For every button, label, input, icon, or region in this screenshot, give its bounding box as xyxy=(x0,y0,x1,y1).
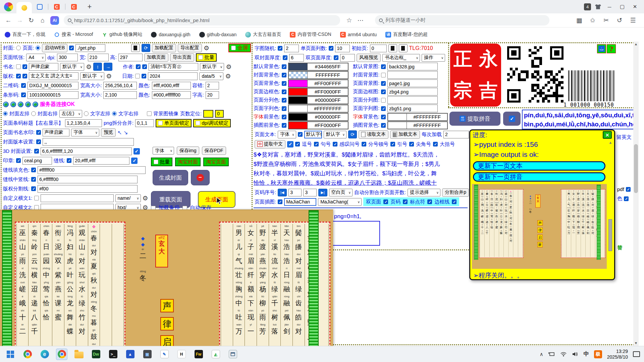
extract-chinese-button[interactable]: 中提取中文 xyxy=(255,140,285,148)
date-input[interactable]: 2024 xyxy=(148,72,198,80)
extract-pinyin-button[interactable]: ABCD提取拼音 xyxy=(449,112,500,126)
illustration-input[interactable]: MaJiaChan xyxy=(284,198,316,206)
divider-input[interactable]: #f00 xyxy=(38,185,138,193)
reload-icon[interactable]: ↻ xyxy=(25,16,37,24)
taobao-page-button[interactable]: 淘宝页面 xyxy=(203,158,229,166)
bookmark-item[interactable]: 百度一下，你就 xyxy=(5,32,45,38)
generate-cover-button[interactable]: 生成封面 xyxy=(153,170,188,185)
bookmark-item[interactable]: Carm64 ubuntu xyxy=(340,32,377,38)
dialog-scroll-thumb[interactable] xyxy=(608,219,612,251)
gear-icon[interactable]: ⚙ xyxy=(86,64,92,70)
illustration-select[interactable]: MaJiaChang(∨ xyxy=(318,198,362,206)
back-icon[interactable]: ← xyxy=(3,17,14,24)
copyright-checkbox-2[interactable] xyxy=(22,74,27,78)
fullscreen-checkbox[interactable] xyxy=(231,46,236,50)
barcode-fontheight-input[interactable]: 20 xyxy=(206,91,219,99)
punct-checkbox[interactable] xyxy=(314,142,319,146)
color-row-checkbox[interactable] xyxy=(282,106,286,111)
cover3d-enable-checkbox[interactable] xyxy=(133,148,140,155)
input-extension-icon[interactable]: 极 xyxy=(594,350,602,358)
stop-button[interactable]: − xyxy=(191,170,210,185)
png-split-input[interactable]: 0,1,1 xyxy=(135,119,154,127)
close-button[interactable]: ✕ xyxy=(631,4,639,10)
taskbar-display-icon[interactable]: 🗖 xyxy=(227,349,238,360)
extract-master-checkbox[interactable] xyxy=(287,141,293,147)
minimize-button[interactable]: ─ xyxy=(605,4,614,10)
page-pos-input-2[interactable]: 0 xyxy=(215,110,224,118)
seam-input[interactable]: 20,#fff,#fff xyxy=(73,157,129,165)
punct-checkbox[interactable] xyxy=(390,142,395,146)
bookmark-star-icon[interactable]: ☆ xyxy=(343,16,355,24)
favorites-icon[interactable]: ✩ xyxy=(587,16,598,24)
text-left-radio[interactable] xyxy=(84,111,89,116)
taskbar-fireworks-icon[interactable]: Fw xyxy=(193,349,204,360)
color-value-box[interactable]: #FF00FFFF xyxy=(288,79,348,87)
color-value-box[interactable]: #FF0000FF xyxy=(288,121,348,129)
taskbar-chrome-icon[interactable] xyxy=(22,349,33,360)
text-right-radio[interactable] xyxy=(112,111,117,116)
copyright-input[interactable]: 玄之又玄 謂之大玄= xyxy=(29,72,78,80)
browser-logo-icon[interactable] xyxy=(4,2,13,11)
scroll-top-button[interactable]: ↑TOP xyxy=(597,44,606,53)
start-button[interactable] xyxy=(5,349,16,360)
watermark-preview-button[interactable]: 预览 xyxy=(101,128,116,137)
load-per-input[interactable]: 2 xyxy=(443,131,469,138)
punct-checkbox[interactable] xyxy=(362,142,366,146)
color-value-box[interactable]: FFFFFFFF xyxy=(288,71,348,79)
bookmark-item[interactable]: Ygithub 镜像网站 xyxy=(102,32,142,38)
taskbar-hbuilder-icon[interactable]: H xyxy=(176,349,187,360)
background-image-input[interactable] xyxy=(387,71,438,79)
first-page-button[interactable]: |◀ xyxy=(278,189,287,196)
dpi-lock-checkbox[interactable] xyxy=(196,121,200,125)
author-font-select[interactable]: 默认字∨ xyxy=(200,63,224,71)
qrcode-id-input[interactable]: DXGJ_M_00000015 xyxy=(28,82,78,89)
taskbar-capture-icon[interactable]: ▣ xyxy=(142,349,153,360)
color-value-box[interactable]: #344665FF xyxy=(288,63,348,71)
save-img-button[interactable]: 保存img xyxy=(177,146,199,155)
seam-fill-checkbox[interactable] xyxy=(31,168,36,172)
qrcode-size-input[interactable]: 256,256,10,4 xyxy=(103,82,137,89)
barcode-title-input[interactable]: 1,2,135,0,4 xyxy=(65,119,102,127)
taskbar-notes-icon[interactable]: ✎ xyxy=(159,349,170,360)
maximize-button[interactable]: ▢ xyxy=(618,4,627,10)
barcode-color-input[interactable]: #000,#ffffff00 xyxy=(152,91,191,99)
operation-select[interactable]: 操作∨ xyxy=(422,54,445,62)
watermark-font-select[interactable]: 字体∨ xyxy=(71,129,99,136)
scroll-up-arrow-icon[interactable]: ▲ xyxy=(633,42,639,47)
apps-grid-icon[interactable]: ▦ xyxy=(574,16,585,24)
cover-thickness-input[interactable]: 6 xyxy=(289,54,304,62)
seam-checkbox[interactable] xyxy=(67,158,71,163)
color-row-checkbox[interactable] xyxy=(282,81,286,86)
color-row-checkbox[interactable] xyxy=(282,89,286,94)
refresh-config-button[interactable]: ⟳ xyxy=(142,44,150,52)
batch-green-checkbox[interactable] xyxy=(154,160,158,164)
split-merge-button[interactable]: 分割合并p xyxy=(442,188,469,197)
author-input[interactable]: 清朝=车万育㊣ xyxy=(149,63,198,71)
vertical-arrow-button[interactable]: ↕ xyxy=(93,63,102,71)
color-row-right-checkbox[interactable] xyxy=(381,106,386,111)
taskbar-photos-icon[interactable]: ▲ xyxy=(124,349,136,360)
background-image-input[interactable]: back328.jpg xyxy=(387,63,438,70)
url-bar[interactable]: http://127.0.0.1:17251/_github/book_php_… xyxy=(64,15,340,25)
right-arrow-button[interactable]: → xyxy=(104,63,112,71)
color-row-checkbox[interactable] xyxy=(282,73,286,77)
new-tab-button[interactable]: + xyxy=(85,2,94,11)
barcode-checkbox[interactable] xyxy=(21,93,26,97)
dark-button-1[interactable] xyxy=(388,44,397,52)
page-thickness-checkbox[interactable] xyxy=(334,55,338,60)
illus-option-checkbox[interactable] xyxy=(452,199,457,204)
color-value-box[interactable]: #FFFFFFFF xyxy=(288,105,348,113)
taskbar-terminal-icon[interactable]: >_ xyxy=(107,349,119,360)
width-input[interactable]: 210 xyxy=(88,54,109,61)
scroll-down-arrow-icon[interactable]: ▼ xyxy=(633,341,639,346)
download-count-badge[interactable]: 4 xyxy=(584,3,591,10)
color-value-box[interactable]: #FFFFFFFF xyxy=(387,121,448,129)
color-value-box[interactable]: #000000FF xyxy=(288,113,348,121)
menu-icon[interactable]: ☰ xyxy=(627,16,639,24)
batch-toggle[interactable]: 批量 xyxy=(196,53,217,62)
page-text-font-select[interactable]: 字体∨ xyxy=(278,131,296,138)
seal-checkbox[interactable] xyxy=(16,158,21,163)
browser-search-box[interactable]: 列车停隧道一小时 xyxy=(375,15,549,25)
seam-fill-input[interactable]: #ffffff00 xyxy=(38,166,146,174)
pinyin-checkbox[interactable] xyxy=(509,116,515,122)
